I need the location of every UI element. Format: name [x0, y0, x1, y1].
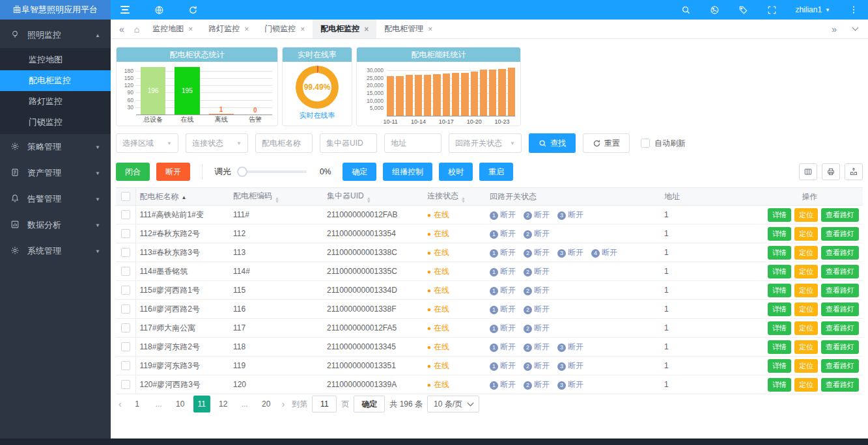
- tab-close-icon[interactable]: ×: [188, 25, 193, 34]
- close-circuit-button[interactable]: 闭合: [116, 163, 150, 181]
- view-lights-button[interactable]: 查看路灯: [821, 227, 859, 241]
- sidebar-item-系统管理[interactable]: 系统管理▼: [0, 238, 111, 264]
- tab-配电柜监控[interactable]: 配电柜监控×: [313, 20, 376, 38]
- circuit-switch-2[interactable]: 2断开: [524, 361, 550, 370]
- circuit-switch-2[interactable]: 2断开: [524, 380, 550, 389]
- row-checkbox[interactable]: [121, 380, 130, 389]
- row-checkbox[interactable]: [121, 304, 130, 314]
- column-header-连接状态[interactable]: 连接状态▲▼: [423, 188, 486, 206]
- detail-button[interactable]: 详情: [768, 208, 791, 222]
- sidebar-item-门锁监控[interactable]: 门锁监控: [0, 112, 111, 133]
- page-button-20[interactable]: 20: [258, 396, 275, 412]
- detail-button[interactable]: 详情: [768, 321, 791, 335]
- circuit-switch-1[interactable]: 1断开: [490, 323, 516, 332]
- page-button-11[interactable]: 11: [193, 396, 210, 412]
- tab-配电柜管理[interactable]: 配电柜管理×: [376, 20, 440, 38]
- locate-button[interactable]: 定位: [794, 227, 818, 241]
- tab-close-icon[interactable]: ×: [364, 25, 369, 34]
- detail-button[interactable]: 详情: [768, 340, 791, 354]
- tabs-scroll-right-icon[interactable]: »: [827, 24, 841, 34]
- next-page-icon[interactable]: ›: [279, 399, 288, 409]
- detail-button[interactable]: 详情: [768, 378, 791, 392]
- circuit-switch-1[interactable]: 1断开: [490, 248, 516, 257]
- row-checkbox[interactable]: [121, 323, 130, 332]
- fullscreen-icon[interactable]: [766, 5, 777, 15]
- detail-button[interactable]: 详情: [768, 359, 791, 373]
- circuit-switch-4[interactable]: 4断开: [591, 248, 617, 257]
- circuit-switch-1[interactable]: 1断开: [490, 286, 516, 295]
- tab-close-icon[interactable]: ×: [300, 25, 305, 34]
- tag-icon[interactable]: [738, 5, 748, 15]
- column-header-配电柜编码[interactable]: 配电柜编码▲▼: [229, 188, 323, 206]
- sidebar-item-照明监控[interactable]: 照明监控▲: [0, 22, 111, 48]
- view-lights-button[interactable]: 查看路灯: [821, 303, 859, 316]
- select-all-checkbox[interactable]: [116, 188, 135, 206]
- circuit-switch-1[interactable]: 1断开: [490, 380, 516, 389]
- locate-button[interactable]: 定位: [794, 378, 818, 392]
- search-icon[interactable]: [680, 5, 691, 15]
- circuit-switch-2[interactable]: 2断开: [524, 229, 550, 238]
- detail-button[interactable]: 详情: [768, 284, 791, 297]
- locate-button[interactable]: 定位: [794, 284, 818, 297]
- circuit-switch-3[interactable]: 3断开: [557, 361, 583, 370]
- view-lights-button[interactable]: 查看路灯: [821, 340, 859, 354]
- multicast-control-button[interactable]: 组播控制: [383, 163, 432, 181]
- circuit-switch-3[interactable]: 3断开: [557, 210, 583, 219]
- tabs-scroll-left-icon[interactable]: «: [115, 24, 129, 34]
- circuit-switch-3[interactable]: 3断开: [557, 248, 583, 257]
- concentrator-uid-input[interactable]: [320, 133, 377, 153]
- sidebar-item-资产管理[interactable]: 资产管理▼: [0, 160, 111, 186]
- sidebar-item-配电柜监控[interactable]: 配电柜监控: [0, 70, 111, 91]
- view-lights-button[interactable]: 查看路灯: [821, 378, 859, 392]
- circuit-switch-2[interactable]: 2断开: [524, 304, 550, 314]
- tab-路灯监控[interactable]: 路灯监控×: [201, 20, 257, 38]
- user-menu[interactable]: zhilian1 ▼: [795, 5, 830, 14]
- tab-监控地图[interactable]: 监控地图×: [145, 20, 201, 38]
- circuit-switch-2[interactable]: 2断开: [524, 267, 550, 276]
- connect-status-select[interactable]: 连接状态 ▼: [186, 133, 248, 153]
- dimming-slider[interactable]: [239, 170, 307, 173]
- circuit-switch-2[interactable]: 2断开: [524, 248, 550, 257]
- view-lights-button[interactable]: 查看路灯: [821, 284, 859, 297]
- sort-icon[interactable]: ▲▼: [461, 196, 466, 203]
- detail-button[interactable]: 详情: [768, 303, 791, 316]
- locate-button[interactable]: 定位: [794, 246, 818, 260]
- theme-icon[interactable]: [709, 5, 720, 15]
- detail-button[interactable]: 详情: [768, 227, 791, 241]
- refresh-icon[interactable]: [188, 5, 198, 15]
- prev-page-icon[interactable]: ‹: [116, 399, 124, 409]
- page-button-12[interactable]: 12: [215, 396, 232, 412]
- cabinet-name-input[interactable]: [255, 133, 313, 153]
- detail-button[interactable]: 详情: [768, 246, 791, 260]
- locate-button[interactable]: 定位: [794, 208, 818, 222]
- reset-button[interactable]: 重置: [583, 133, 630, 153]
- auto-refresh-checkbox[interactable]: 自动刷新: [641, 138, 686, 149]
- view-lights-button[interactable]: 查看路灯: [821, 246, 859, 260]
- goto-confirm-button[interactable]: 确定: [354, 396, 385, 412]
- more-options-icon[interactable]: [848, 5, 859, 15]
- row-checkbox[interactable]: [121, 229, 130, 238]
- language-globe-icon[interactable]: [154, 5, 164, 15]
- row-checkbox[interactable]: [121, 210, 130, 219]
- circuit-switch-1[interactable]: 1断开: [490, 304, 516, 314]
- circuit-switch-1[interactable]: 1断开: [490, 229, 516, 238]
- tabs-menu-icon[interactable]: [852, 25, 859, 31]
- row-checkbox[interactable]: [121, 286, 130, 295]
- collapse-sidebar-icon[interactable]: [120, 5, 130, 15]
- locate-button[interactable]: 定位: [794, 303, 818, 316]
- page-button-1[interactable]: 1: [129, 396, 146, 412]
- sidebar-item-监控地图[interactable]: 监控地图: [0, 49, 111, 70]
- detail-button[interactable]: 详情: [768, 265, 791, 278]
- circuit-status-select[interactable]: 回路开关状态 ▼: [449, 133, 522, 153]
- view-lights-button[interactable]: 查看路灯: [821, 265, 859, 278]
- view-lights-button[interactable]: 查看路灯: [821, 321, 859, 335]
- print-button[interactable]: [822, 163, 840, 180]
- restart-button[interactable]: 重启: [479, 163, 513, 181]
- row-checkbox[interactable]: [121, 342, 130, 351]
- locate-button[interactable]: 定位: [794, 265, 818, 278]
- sort-icon[interactable]: ▲▼: [275, 196, 279, 203]
- export-button[interactable]: [845, 163, 863, 180]
- circuit-switch-2[interactable]: 2断开: [524, 323, 550, 332]
- time-sync-button[interactable]: 校时: [439, 163, 473, 181]
- sort-asc-icon[interactable]: ▲: [182, 195, 187, 200]
